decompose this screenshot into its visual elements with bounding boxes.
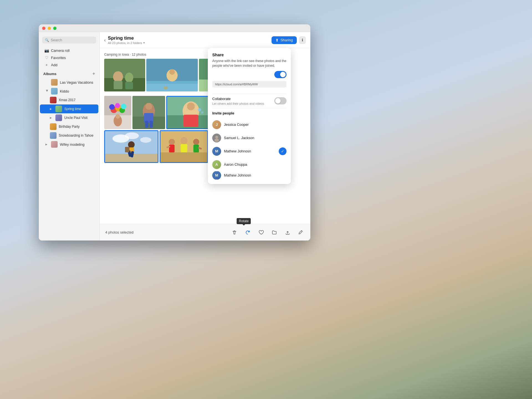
minimize-button[interactable] — [48, 27, 51, 30]
svg-point-30 — [145, 103, 152, 110]
sidebar-item-uncle-paul[interactable]: ▶ Uncle Paul Visit — [40, 113, 98, 122]
info-button[interactable]: ℹ — [299, 36, 306, 44]
rotate-icon — [245, 230, 250, 235]
albums-label: Albums — [43, 72, 57, 76]
share-description: Anyone with the link can see these photo… — [212, 59, 287, 68]
maximize-button[interactable] — [53, 27, 57, 30]
rotate-tooltip: Rotate — [237, 218, 251, 224]
invite-list: J Jessica Cooper Samuel L. Jackson M Mat… — [212, 118, 287, 180]
collaborate-toggle[interactable] — [274, 97, 287, 104]
back-button[interactable]: ‹ — [104, 38, 106, 43]
share-toggle[interactable] — [274, 71, 287, 78]
svg-rect-4 — [114, 81, 122, 89]
svg-point-60 — [193, 139, 199, 145]
svg-rect-53 — [125, 147, 129, 152]
invite-person-aaron[interactable]: A Aaron Chuppa — [212, 158, 287, 171]
kiddo-label: Kiddo — [60, 89, 69, 93]
spring-thumbnail — [55, 106, 62, 112]
sidebar-item-wifey[interactable]: ▶ Wifey modeling — [40, 140, 98, 149]
add-to-album-button[interactable] — [270, 229, 278, 236]
aaron-avatar: A — [212, 160, 221, 169]
mathew-name: Mathew Johnosn — [224, 149, 251, 153]
photo-item[interactable] — [104, 96, 131, 129]
svg-rect-57 — [169, 145, 175, 152]
search-label: Search — [51, 38, 62, 42]
aaron-name: Aaron Chuppa — [224, 162, 247, 167]
photo-item[interactable] — [160, 130, 208, 163]
delete-button[interactable] — [231, 229, 238, 236]
spring-expand-icon: ▶ — [50, 108, 53, 110]
sidebar-item-kiddo[interactable]: ▶ Kiddo — [40, 87, 98, 96]
collaborate-section: Collaborate Let others add their photos … — [212, 97, 264, 105]
las-vegas-thumbnail — [51, 79, 58, 86]
invite-person-jessica[interactable]: J Jessica Cooper — [212, 118, 287, 131]
svg-point-2 — [113, 71, 123, 82]
mathew2-avatar: M — [212, 171, 221, 180]
subtitle-dropdown-icon[interactable]: ▾ — [143, 41, 145, 45]
sidebar-item-spring-time[interactable]: ▶ Spring time — [40, 104, 98, 113]
share-panel-title: Share — [212, 52, 287, 57]
album-subtitle-text: All 23 photos, in 2 folders — [108, 41, 142, 45]
titlebar — [39, 24, 310, 32]
toolbar-actions: Rotate — [231, 229, 305, 236]
selected-count-label: 4 photos selected — [105, 230, 231, 234]
invite-person-samuel[interactable]: Samuel L. Jackson — [212, 131, 287, 145]
share-panel: Share Anyone with the link can see these… — [208, 48, 291, 184]
sharing-label: Sharing — [280, 38, 293, 42]
divider — [212, 94, 287, 94]
invite-person-mathew[interactable]: M Mathew Johnosn ✓ — [212, 145, 287, 158]
share-link-input[interactable] — [212, 81, 287, 88]
album-subtitle: All 23 photos, in 2 folders ▾ — [108, 41, 269, 45]
sidebar-item-camera-roll[interactable]: 📷 Camera roll — [40, 47, 98, 54]
birthday-thumbnail — [50, 123, 57, 130]
photo-item[interactable] — [104, 59, 145, 91]
svg-point-39 — [198, 108, 201, 111]
share-toggle-row — [212, 71, 287, 78]
search-bar[interactable]: 🔍 Search — [42, 37, 96, 44]
pencil-icon — [298, 230, 304, 235]
svg-rect-38 — [183, 115, 198, 127]
add-icon: + — [44, 63, 49, 67]
sharing-button[interactable]: ⬆ Sharing — [272, 36, 297, 44]
photo-item[interactable] — [132, 96, 165, 129]
sidebar-item-xmas-2017[interactable]: Xmas 2017 — [40, 96, 98, 104]
favorite-button[interactable] — [257, 229, 265, 236]
xmas-thumbnail — [50, 97, 57, 103]
svg-rect-61 — [193, 145, 199, 152]
uncle-paul-thumbnail — [55, 114, 62, 121]
sidebar: 🔍 Search 📷 Camera roll ♡ Favorites + Add… — [39, 32, 100, 241]
rotate-button[interactable] — [244, 229, 252, 236]
spring-time-label: Spring time — [64, 107, 81, 111]
photo-item[interactable] — [104, 130, 158, 163]
sidebar-item-favorites[interactable]: ♡ Favorites — [40, 54, 98, 61]
svg-point-24 — [121, 104, 126, 109]
svg-rect-32 — [145, 121, 149, 128]
invite-person-mathew2[interactable]: M Mathew Johnosn — [212, 171, 287, 180]
search-icon: 🔍 — [45, 38, 49, 42]
sidebar-item-add[interactable]: + Add — [40, 61, 98, 68]
sidebar-item-las-vegas[interactable]: Las Vegas Vacations — [40, 78, 98, 87]
bottom-toolbar: 4 photos selected Rotate — [100, 224, 310, 241]
album-title: Spring time — [108, 35, 269, 41]
wifey-expand-icon: ▶ — [45, 143, 49, 146]
edit-button[interactable] — [297, 229, 305, 236]
svg-point-72 — [214, 139, 219, 142]
upload-button[interactable] — [284, 229, 291, 236]
svg-point-37 — [187, 103, 195, 110]
camera-roll-label: Camera roll — [51, 48, 70, 53]
add-album-button[interactable]: + — [93, 71, 95, 76]
mathew2-name: Mathew Johnosn — [224, 173, 251, 177]
photo-item[interactable] — [146, 59, 198, 91]
svg-rect-1 — [104, 78, 145, 91]
title-group: Spring time All 23 photos, in 2 folders … — [108, 35, 269, 45]
heart-icon: ♡ — [44, 55, 49, 60]
close-button[interactable] — [42, 27, 45, 30]
mathew-check-icon: ✓ — [279, 147, 287, 155]
invite-title: Invite people — [212, 111, 287, 115]
favorites-label: Favorites — [51, 56, 66, 60]
collaborate-row: Collaborate Let others add their photos … — [212, 97, 287, 105]
sidebar-item-snowboarding[interactable]: Snowboarding in Tahoe — [40, 131, 98, 140]
snowboarding-thumbnail — [50, 132, 57, 139]
albums-section-header: Albums + — [39, 70, 99, 78]
sidebar-item-birthday[interactable]: Birthday Party — [40, 122, 98, 131]
